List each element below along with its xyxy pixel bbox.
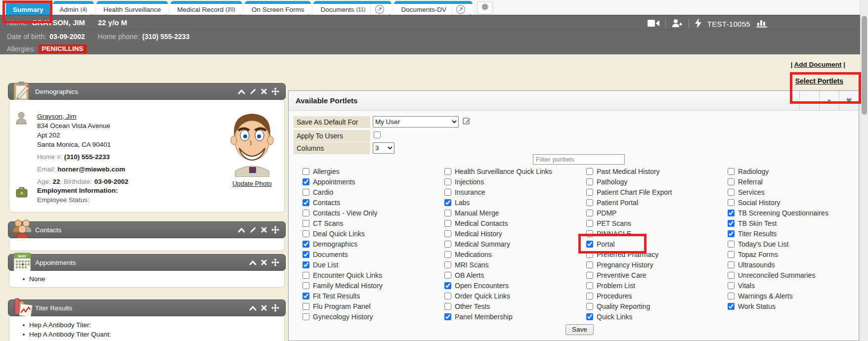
portlet-checkbox[interactable] [728,282,735,289]
portlet-checkbox-item[interactable]: Services [728,187,860,197]
save-as-default-select[interactable]: My User [373,116,459,128]
edit-user-icon[interactable] [463,117,471,127]
portlet-checkbox-item[interactable]: Appointments [303,176,442,187]
portlet-checkbox[interactable] [586,168,593,175]
portlet-checkbox[interactable] [728,210,735,216]
portlet-checkbox-item[interactable]: Referral [728,176,860,187]
portlet-checkbox[interactable] [728,241,735,248]
portlet-checkbox-item[interactable]: Open Encounters [444,280,584,291]
portlet-checkbox[interactable] [444,313,451,320]
portlet-checkbox-item[interactable]: Medications [444,249,584,259]
portlet-checkbox-item[interactable]: Deal Quick Links [303,228,442,239]
portlet-checkbox[interactable] [728,293,735,299]
portlet-checkbox-item[interactable]: Family Medical History [303,280,442,291]
portlet-checkbox-item[interactable]: Contacts [303,197,442,208]
columns-select[interactable]: 3 [373,142,394,154]
portlet-checkbox[interactable] [586,210,593,216]
portlet-checkbox-item[interactable]: Due List [303,259,442,270]
portlet-checkbox[interactable] [303,261,309,268]
portlet-checkbox-item[interactable]: Problem List [586,280,726,291]
portlet-checkbox[interactable] [444,199,451,206]
portlet-checkbox[interactable] [728,303,735,310]
portlet-checkbox[interactable] [444,168,451,175]
tab-documents[interactable]: Documents(11) [313,1,391,15]
portlet-checkbox[interactable] [444,189,451,196]
portlet-checkbox-item[interactable]: Pathology [586,176,726,187]
portlet-titer-header[interactable]: Titer Results [8,299,286,316]
portlet-checkbox[interactable] [586,251,593,258]
edit-portlet-icon[interactable] [250,226,257,235]
update-photo-link[interactable]: Update Photo [232,180,272,187]
portlet-checkbox[interactable] [586,293,593,299]
dialog-title-bar[interactable]: Available Portlets ▼ ✖ [289,91,859,111]
portlet-checkbox-item[interactable]: Past Medical History [586,166,726,176]
tab-summary[interactable]: Summary [6,1,50,15]
portlet-checkbox-item[interactable]: Portal [586,239,726,249]
portlet-checkbox[interactable] [444,293,451,299]
portlet-checkbox[interactable] [586,241,593,248]
portlet-appointments-header[interactable]: MAY Appointments [8,254,286,271]
portlet-checkbox-item[interactable]: TB Screening Questionnaires [728,208,860,218]
portlet-checkbox-item[interactable]: Quality Reporting [586,301,726,311]
portlet-checkbox-item[interactable]: Flu Program Panel [303,301,442,311]
portlet-checkbox-item[interactable]: Work Status [728,301,860,311]
portlet-checkbox-item[interactable]: Injections [444,176,584,187]
portlet-checkbox-item[interactable]: Panel Membership [444,311,584,322]
portlet-checkbox[interactable] [586,199,593,206]
person-add-icon[interactable] [672,19,683,29]
close-portlet-icon[interactable] [261,305,267,312]
portlet-checkbox-item[interactable]: Patient Portal [586,197,726,208]
portlet-checkbox-item[interactable]: Medical Contacts [444,218,584,228]
portlet-checkbox-item[interactable]: Demographics [303,239,442,249]
portlet-checkbox-item[interactable]: Topaz Forms [728,249,860,259]
portlet-checkbox-item[interactable]: Preventive Care [586,270,726,280]
tab-medical-record[interactable]: Medical Record(20) [171,1,242,15]
close-portlet-icon[interactable] [261,227,267,234]
move-portlet-icon[interactable] [271,258,279,268]
collapse-portlet-icon[interactable] [249,305,257,312]
portlet-checkbox[interactable] [586,230,593,237]
portlet-checkbox-item[interactable]: Preferred Pharmacy [586,249,726,259]
portlet-checkbox[interactable] [728,251,735,258]
portlet-checkbox[interactable] [444,282,451,289]
portlet-checkbox-item[interactable]: Titer Results [728,228,860,239]
move-portlet-icon[interactable] [271,304,279,313]
portlet-checkbox[interactable] [303,272,309,279]
tab-settings-button[interactable] [477,1,493,14]
portlet-checkbox[interactable] [728,189,735,196]
portlet-checkbox[interactable] [444,303,451,310]
portlet-checkbox-item[interactable]: Encounter Quick Links [303,270,442,280]
portlet-checkbox-item[interactable]: CT Scans [303,218,442,228]
collapse-portlet-icon[interactable] [249,259,257,267]
collapse-portlet-icon[interactable] [238,88,245,96]
portlet-checkbox-item[interactable]: MRI Scans [444,259,584,270]
portlet-checkbox-item[interactable]: Manual Merge [444,208,584,218]
portlet-checkbox-item[interactable]: Health Surveillance Quick Links [444,166,584,176]
tab-on-screen-forms[interactable]: On Screen Forms [245,1,311,15]
move-portlet-icon[interactable] [271,87,279,97]
portlet-contacts-header[interactable]: Contacts [8,221,286,238]
portlet-checkbox-item[interactable]: Patient Chart File Export [586,187,726,197]
portlet-checkbox-item[interactable]: Medical History [444,228,584,239]
portlet-checkbox[interactable] [303,189,309,196]
portlet-checkbox-item[interactable]: Order Quick Links [444,291,584,301]
portlet-checkbox[interactable] [586,313,593,320]
apply-to-users-checkbox[interactable] [374,131,381,138]
close-portlet-icon[interactable] [261,88,267,96]
portlet-checkbox-item[interactable]: Fit Test Results [303,291,442,301]
portlet-checkbox-item[interactable]: Warnings & Alerts [728,291,860,301]
portlet-checkbox[interactable] [303,241,309,248]
portlet-checkbox[interactable] [728,230,735,237]
portlet-checkbox-item[interactable]: Labs [444,197,584,208]
select-portlets-link[interactable]: Select Portlets [795,77,843,85]
portlet-checkbox-item[interactable]: Social History [728,197,860,208]
portlet-checkbox[interactable] [303,178,309,185]
portlet-checkbox[interactable] [586,282,593,289]
portlet-checkbox-item[interactable]: Documents [303,249,442,259]
portlet-checkbox-item[interactable]: PINNACLE [586,228,726,239]
close-portlet-icon[interactable] [261,259,267,267]
portlet-checkbox-item[interactable]: Gynecology History [303,311,442,322]
edit-portlet-icon[interactable] [250,88,257,96]
portlet-checkbox-item[interactable]: Procedures [586,291,726,301]
portlet-checkbox-item[interactable]: Vitals [728,280,860,291]
